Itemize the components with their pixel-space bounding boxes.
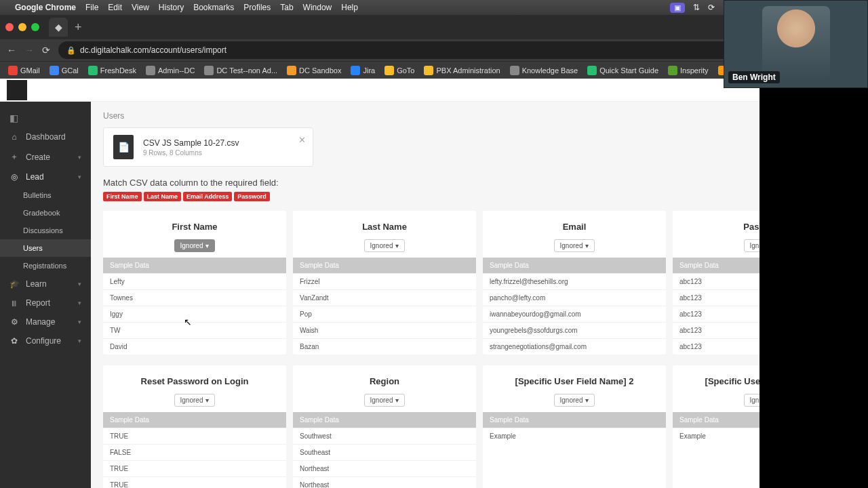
minimize-window-button[interactable] — [18, 23, 26, 31]
sidebar-item-label: Configure — [26, 336, 61, 346]
sidebar-item-create[interactable]: ＋Create▾ — [0, 146, 91, 167]
address-bar[interactable]: 🔒 dc.digitalchalk.com/account/users/impo… — [58, 41, 826, 59]
close-window-button[interactable] — [5, 23, 14, 31]
screen-record-indicator[interactable]: ▣ — [670, 3, 685, 13]
bookmark-item[interactable]: GoTo — [384, 66, 414, 75]
required-field-tags: First NameLast NameEmail AddressPassword — [103, 192, 856, 201]
chevron-down-icon: ▾ — [585, 242, 589, 249]
lock-icon: 🔒 — [66, 46, 76, 55]
chevron-down-icon: ▾ — [78, 338, 81, 344]
chevron-down-icon: ▾ — [395, 396, 399, 404]
sidebar-item-lead[interactable]: ◎Lead▾ — [0, 167, 91, 186]
bookmark-icon — [424, 66, 433, 75]
sidebar-item-registrations[interactable]: Registrations — [0, 257, 91, 274]
sidebar-item-label: Manage — [26, 317, 55, 327]
sidebar-item-gradebook[interactable]: Gradebook — [0, 204, 91, 222]
bookmark-icon — [384, 66, 394, 75]
bookmark-icon — [204, 66, 214, 75]
forward-button[interactable]: → — [24, 45, 34, 56]
bookmark-label: GoTo — [397, 66, 414, 75]
bookmark-icon — [146, 66, 155, 75]
bookmark-icon — [668, 66, 677, 75]
bookmark-icon — [287, 66, 296, 75]
sidebar-item-learn[interactable]: 🎓Learn▾ — [0, 274, 91, 293]
sidebar-item-icon: ⌂ — [9, 132, 19, 142]
column-mapping-dropdown[interactable]: Ignored ▾ — [364, 394, 406, 407]
sidebar-item-configure[interactable]: ✿Configure▾ — [0, 331, 91, 350]
chevron-down-icon: ▾ — [78, 154, 81, 161]
column-card: EmailIgnored ▾Sample Datalefty.frizzel@t… — [483, 211, 666, 354]
dropdown-label: Ignored — [180, 242, 203, 249]
required-tag: Last Name — [144, 192, 182, 201]
sidebar-item-dashboard[interactable]: ⌂Dashboard — [0, 127, 91, 146]
column-mapping-dropdown[interactable]: Ignored ▾ — [554, 394, 595, 407]
bookmark-item[interactable]: DC Test--non Ad... — [204, 66, 277, 75]
app-name[interactable]: Google Chrome — [15, 3, 76, 12]
menu-view[interactable]: View — [132, 3, 149, 12]
url-text: dc.digitalchalk.com/account/users/import — [80, 45, 226, 55]
remove-file-button[interactable]: ✕ — [298, 135, 306, 145]
bookmark-item[interactable]: Jira — [351, 66, 375, 75]
webcam-person — [762, 6, 830, 81]
sample-row: Example — [483, 428, 666, 444]
sample-row: iwannabeyourdog@gmail.com — [483, 306, 666, 322]
bookmark-item[interactable]: FreshDesk — [88, 66, 136, 75]
menu-file[interactable]: File — [85, 3, 98, 12]
bookmark-label: Quick Start Guide — [599, 66, 658, 75]
sample-data-header: Sample Data — [483, 412, 666, 428]
column-mapping-dropdown[interactable]: Ignored ▾ — [554, 239, 595, 252]
sidebar-item-users[interactable]: Users — [0, 239, 91, 257]
sidebar-item-manage[interactable]: ⚙Manage▾ — [0, 312, 91, 331]
maximize-window-button[interactable] — [31, 23, 39, 31]
chevron-down-icon: ▾ — [78, 281, 81, 287]
sidebar-nav: ◧⌂Dashboard＋Create▾◎Lead▾BulletinsGradeb… — [0, 102, 91, 488]
new-tab-button[interactable]: + — [75, 20, 82, 35]
app-body: ◧⌂Dashboard＋Create▾◎Lead▾BulletinsGradeb… — [0, 102, 868, 488]
column-mapping-dropdown[interactable]: Ignored ▾ — [364, 239, 406, 252]
bookmark-label: DC Test--non Ad... — [216, 66, 277, 75]
sidebar-collapse-icon[interactable]: ◧ — [0, 108, 91, 127]
bookmark-item[interactable]: Quick Start Guide — [587, 66, 658, 75]
sidebar-item-icon: ＋ — [9, 151, 19, 163]
chevron-down-icon: ▾ — [78, 319, 81, 325]
sidebar-item-label: Create — [26, 152, 50, 162]
column-title: First Name — [108, 222, 281, 232]
bookmark-item[interactable]: DC Sandbox — [287, 66, 341, 75]
bookmark-item[interactable]: Knowledge Base — [510, 66, 578, 75]
sample-row: Bazan — [293, 338, 476, 354]
sidebar-item-report[interactable]: ⫼Report▾ — [0, 293, 91, 312]
back-button[interactable]: ← — [7, 45, 16, 56]
menu-help[interactable]: Help — [341, 3, 358, 12]
reload-button[interactable]: ⟳ — [42, 45, 50, 56]
menu-edit[interactable]: Edit — [108, 3, 122, 12]
sample-row: FALSE — [103, 444, 286, 460]
menu-window[interactable]: Window — [303, 3, 332, 12]
sidebar-item-bulletins[interactable]: Bulletins — [0, 186, 91, 204]
file-meta: 9 Rows, 8 Columns — [143, 149, 239, 157]
bookmark-icon — [587, 66, 597, 75]
bookmark-item[interactable]: Insperity — [668, 66, 709, 75]
menu-history[interactable]: History — [159, 3, 184, 12]
chevron-down-icon: ▾ — [78, 174, 81, 180]
chevron-down-icon: ▾ — [205, 242, 209, 249]
bookmark-item[interactable]: GMail — [8, 66, 40, 75]
bookmark-item[interactable]: PBX Administration — [424, 66, 500, 75]
menu-profiles[interactable]: Profiles — [243, 3, 271, 12]
column-mapping-dropdown[interactable]: Ignored ▾ — [174, 394, 216, 407]
sample-row: Waish — [293, 322, 476, 338]
quickconnect-icon[interactable]: ⇅ — [693, 3, 700, 12]
column-card: [Specific User Field Name] 2Ignored ▾Sam… — [483, 365, 666, 488]
breadcrumb[interactable]: Users — [103, 111, 856, 121]
sidebar-item-label: Registrations — [23, 262, 66, 270]
menu-bookmarks[interactable]: Bookmarks — [193, 3, 234, 12]
brand-logo[interactable] — [7, 80, 27, 100]
column-mapping-dropdown[interactable]: Ignored ▾ — [174, 239, 216, 252]
bookmark-item[interactable]: Admin--DC — [146, 66, 195, 75]
sample-row: pancho@lefty.com — [483, 289, 666, 306]
sync-icon[interactable]: ⟳ — [708, 3, 715, 12]
bookmark-item[interactable]: GCal — [50, 66, 79, 75]
sample-data-header: Sample Data — [103, 412, 286, 428]
sidebar-item-discussions[interactable]: Discussions — [0, 222, 91, 239]
menu-tab[interactable]: Tab — [280, 3, 293, 12]
browser-tab[interactable]: ◆ — [49, 18, 68, 37]
